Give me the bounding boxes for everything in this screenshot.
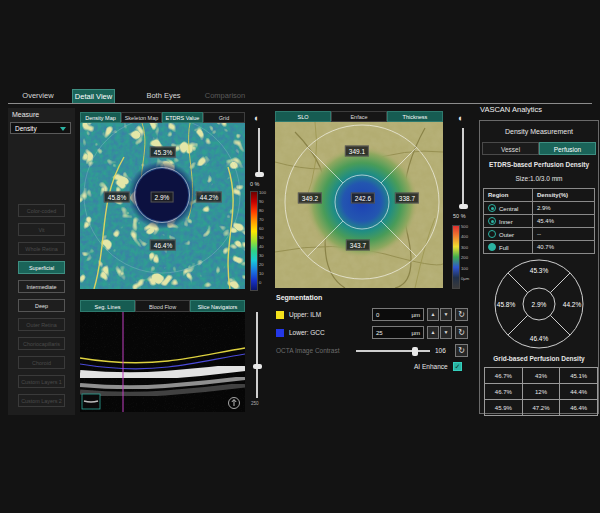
layer-button-choroid[interactable]: Choroid [18,356,65,369]
enface-brightness-slider[interactable] [462,128,464,208]
density-brightness-value: 0 % [250,181,259,187]
thickness-value-left: 349.2 [298,193,322,204]
layer-button-color-coded[interactable]: Color-coded [18,204,65,217]
outer-region-icon [488,230,496,238]
grid-cell: 46.7% [485,368,523,384]
lower-offset-value: 25 [376,330,383,336]
layer-button-whole-retina[interactable]: Whole Retina [18,242,65,255]
tab-perfusion[interactable]: Perfusion [539,142,596,155]
layer-button-choriocapillaris[interactable]: Choriocapillaris [18,337,65,350]
etdrs-subtitle: ETDRS-based Perfusion Density [480,161,598,168]
slice-value: 250 [251,401,259,406]
density-value-right: 44.2% [196,192,222,203]
tab-etdrs-value[interactable]: ETDRS Value [162,112,203,123]
grid-density-title: Grid-based Perfusion Density [480,355,598,362]
tab-enface[interactable]: Enface [331,111,387,122]
density-value-bottom: 46.4% [150,240,176,251]
table-row[interactable]: Outer -- [484,228,595,241]
table-row[interactable]: Full 40.7% [484,241,595,254]
grid-cell: 43% [522,368,560,384]
etdrs-wheel: 45.3% 45.8% 2.9% 44.2% 46.4% [480,257,598,353]
tab-slo[interactable]: SLO [275,111,331,122]
density-value-center: 2.9% [151,192,174,203]
lower-offset-reset-button[interactable]: ↻ [455,326,468,339]
layer-button-intermediate[interactable]: Intermediate [18,280,65,293]
ai-enhance-label: AI Enhance [414,363,448,370]
lower-offset-down-button[interactable]: ▼ [440,326,452,339]
layer-button-custom-layers-2[interactable]: Custom Layers 2 [18,394,65,407]
density-colorbar [250,191,258,291]
ai-enhance-checkbox[interactable]: ✓ [453,362,462,371]
tab-vessel[interactable]: Vessel [482,142,539,155]
measure-dropdown[interactable]: Density [10,122,71,134]
grid-cell: 47.2% [522,400,560,416]
density-map-image[interactable]: 45.3% 45.8% 2.9% 44.2% 46.4% [80,123,245,289]
tab-comparison[interactable]: Comparison [201,89,249,103]
measure-dropdown-value: Density [15,125,37,132]
layer-button-custom-layers-1[interactable]: Custom Layers 1 [18,375,65,388]
layer-button-vit[interactable]: Vit [18,223,65,236]
tab-blood-flow[interactable]: Blood Flow [135,300,190,312]
enface-image[interactable]: 349.1 349.2 242.6 338.7 343.7 [275,122,443,288]
grid-cell: 44.4% [560,384,598,400]
wheel-value-bottom: 46.4% [530,335,548,342]
upper-layer-label: Upper: ILM [289,311,321,318]
region-name: Outer [499,232,514,238]
tab-both-eyes[interactable]: Both Eyes [140,89,187,103]
table-row[interactable]: Central 2.9% [484,202,595,215]
lower-layer-label: Lower: GCC [289,329,325,336]
chevron-down-icon [60,127,66,131]
enface-brightness-value: 50 % [453,213,466,219]
thickness-value-bottom: 343.7 [346,240,370,251]
tab-skeleton-map[interactable]: Skeleton Map [121,112,162,123]
upper-layer-swatch [276,311,284,319]
lower-offset-input[interactable]: 25 µm [372,326,424,339]
measure-label: Measure [12,111,39,118]
measure-sidebar: Measure Density Color-coded Vit Whole Re… [8,108,75,415]
layer-button-outer-retina[interactable]: Outer Retina [18,318,65,331]
tab-slice-navigators[interactable]: Slice Navigators [190,300,245,312]
upper-offset-reset-button[interactable]: ↻ [455,308,468,321]
tab-seg-lines[interactable]: Seg. Lines [80,300,135,312]
tab-thickness[interactable]: Thickness [387,111,443,122]
tab-detail-view[interactable]: Detail View [72,89,115,104]
grid-cell: 45.9% [485,400,523,416]
region-name: Central [499,206,518,212]
tab-overview[interactable]: Overview [15,89,61,103]
app-window: Overview Detail View Both Eyes Compariso… [0,0,600,513]
wheel-value-top: 45.3% [530,267,548,274]
density-brightness-handle[interactable] [255,172,264,177]
upper-offset-down-button[interactable]: ▼ [440,308,452,321]
upper-offset-input[interactable]: 0 µm [372,308,424,321]
lower-layer-swatch [276,329,284,337]
analytics-title: VASCAN Analytics [480,105,542,114]
octa-contrast-slider[interactable] [356,350,430,352]
grid-cell: 12% [522,384,560,400]
enface-brightness-handle[interactable] [459,204,468,209]
region-value: 40.7% [533,241,595,254]
grid-density-table: 46.7% 43% 45.1% 46.7% 12% 44.4% 45.9% 47… [484,367,598,416]
octa-contrast-handle[interactable] [412,347,418,356]
tab-grid[interactable]: Grid [203,112,245,123]
bscan-image[interactable] [80,312,245,412]
octa-contrast-label: OCTA Image Contrast [276,347,339,354]
thickness-colorbar-ticks: 500 400 300 200 100 0µm [461,224,469,287]
region-density-table: Region Density(%) Central 2.9% Inner 45.… [483,188,595,254]
layer-button-superficial[interactable]: Superficial [18,261,65,274]
upper-offset-up-button[interactable]: ▲ [427,308,439,321]
layer-button-deep[interactable]: Deep [18,299,65,312]
slice-slider[interactable] [256,312,258,398]
contrast-icon: ◐ [254,114,259,123]
octa-contrast-reset-button[interactable]: ↻ [455,344,468,357]
slice-slider-handle[interactable] [253,364,262,369]
tab-density-map[interactable]: Density Map [80,112,121,123]
grid-row: 45.9% 47.2% 46.4% [485,400,598,416]
lower-offset-up-button[interactable]: ▲ [427,326,439,339]
density-colorbar-ticks: 100 90 80 70 60 50 40 30 20 10 0 [259,190,266,289]
wheel-value-right: 44.2% [563,301,581,308]
density-brightness-slider[interactable] [258,128,260,176]
wheel-value-center: 2.9% [532,301,547,308]
table-row[interactable]: Inner 45.4% [484,215,595,228]
thickness-value-top: 349.1 [345,146,369,157]
region-value: 45.4% [533,215,595,228]
